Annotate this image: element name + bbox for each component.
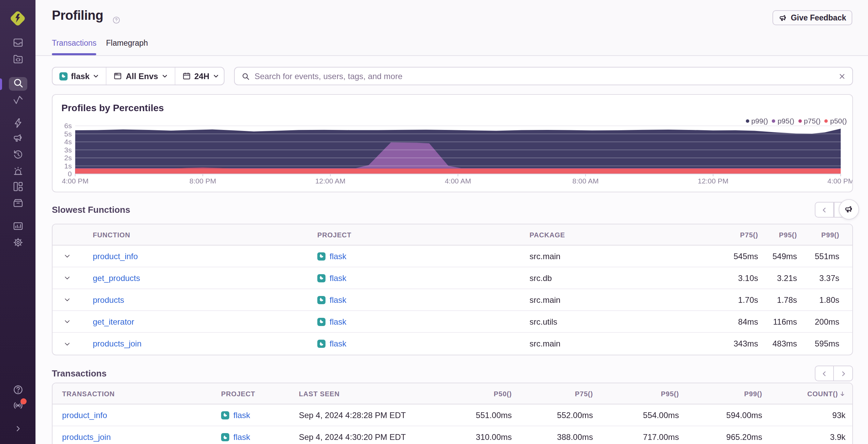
section-title: Slowest Functions: [52, 205, 130, 215]
col-transaction: TRANSACTION: [62, 390, 221, 397]
transactions-header: Transactions: [52, 366, 853, 381]
archive-icon: [12, 197, 24, 211]
svg-text:6s: 6s: [64, 122, 72, 130]
sidebar-item-insights[interactable]: [0, 93, 35, 109]
flask-project-icon: [221, 411, 229, 419]
flask-project-icon: [317, 274, 326, 282]
sidebar-item-alerts[interactable]: [0, 164, 35, 181]
sidebar-item-explore[interactable]: [0, 52, 35, 68]
transaction-link[interactable]: product_info: [62, 410, 107, 420]
table-row: get_iteratorflasksrc.utils84ms116ms200ms: [53, 311, 852, 333]
sidebar-item-performance[interactable]: [0, 116, 35, 132]
svg-text:4:00 AM: 4:00 AM: [445, 177, 471, 185]
expand-row-button[interactable]: [53, 318, 93, 325]
sidebar-item-settings[interactable]: [0, 235, 35, 252]
function-link[interactable]: get_products: [93, 273, 140, 283]
environment-filter[interactable]: All Envs: [106, 68, 175, 85]
megaphone-icon: [844, 205, 854, 214]
chart-title: Profiles by Percentiles: [61, 102, 164, 113]
flask-project-icon: [59, 72, 68, 80]
give-feedback-button[interactable]: Give Feedback: [772, 10, 852, 25]
feedback-fab[interactable]: [839, 199, 859, 220]
sidebar-item-releases[interactable]: [0, 196, 35, 212]
col-package: PACKAGE: [530, 231, 719, 238]
chart-legend: p99()p95()p75()p50(): [746, 117, 847, 125]
expand-row-button[interactable]: [53, 296, 93, 304]
chevron-right-icon: [12, 423, 24, 437]
page-filter-group: flask All Envs 24H: [52, 67, 225, 85]
tab-transactions[interactable]: Transactions: [52, 39, 97, 55]
gear-icon: [12, 236, 24, 251]
project-link[interactable]: flask: [330, 251, 346, 261]
help-circle-icon[interactable]: [113, 14, 120, 22]
sidebar-item-collapse[interactable]: [0, 421, 35, 438]
transactions-pager: [815, 366, 853, 381]
sidebar-item-stats[interactable]: [0, 219, 35, 235]
date-range-filter[interactable]: 24H: [174, 68, 226, 85]
project-link[interactable]: flask: [330, 295, 346, 305]
expand-row-button[interactable]: [53, 340, 93, 347]
legend-item-p75[interactable]: p75(): [798, 117, 821, 125]
col-count: COUNT(): [762, 390, 845, 397]
sidebar-item-feedback[interactable]: [0, 131, 35, 147]
col-project: PROJECT: [317, 231, 530, 238]
project-link[interactable]: flask: [330, 339, 346, 349]
next-page-button[interactable]: [834, 366, 853, 381]
project-link[interactable]: flask: [330, 317, 346, 326]
dashboard-icon: [12, 180, 24, 195]
filter-bar: flask All Envs 24H: [52, 67, 853, 85]
legend-dot: [746, 119, 749, 122]
project-link[interactable]: flask: [233, 410, 250, 420]
expand-row-button[interactable]: [53, 274, 93, 282]
project-filter[interactable]: flask: [53, 68, 106, 85]
project-link[interactable]: flask: [233, 432, 250, 442]
legend-dot: [798, 119, 802, 122]
expand-row-button[interactable]: [53, 252, 93, 260]
project-link[interactable]: flask: [330, 273, 346, 283]
legend-item-p50[interactable]: p50(): [825, 117, 847, 125]
search-bar[interactable]: [234, 67, 853, 85]
svg-text:4:00 PM: 4:00 PM: [827, 177, 852, 185]
svg-text:5s: 5s: [64, 130, 72, 138]
col-p99: P99(): [679, 390, 762, 397]
sidebar-item-issues[interactable]: [0, 35, 35, 52]
previous-page-button[interactable]: [815, 202, 834, 218]
col-function: FUNCTION: [93, 231, 317, 238]
tab-flamegraph[interactable]: Flamegraph: [106, 39, 148, 55]
active-indicator: [0, 78, 2, 90]
function-link[interactable]: products: [93, 295, 124, 305]
sidebar: [0, 0, 35, 444]
trend-line-icon: [12, 94, 24, 108]
transactions-table: TRANSACTIONPROJECTLAST SEENP50()P75()P95…: [52, 383, 853, 444]
function-link[interactable]: product_info: [93, 251, 138, 261]
search-input[interactable]: [255, 71, 834, 81]
sidebar-item-dashboards[interactable]: [0, 179, 35, 196]
table-header-row: TRANSACTIONPROJECTLAST SEENP50()P75()P95…: [53, 383, 852, 404]
tab-bar: TransactionsFlamegraph: [52, 39, 148, 55]
close-icon[interactable]: [839, 73, 845, 79]
sidebar-item-whats-new[interactable]: [0, 398, 35, 415]
function-link[interactable]: get_iterator: [93, 317, 134, 326]
transaction-link[interactable]: products_join: [62, 432, 111, 442]
svg-text:2s: 2s: [64, 154, 72, 162]
megaphone-icon: [12, 132, 24, 146]
legend-item-p99[interactable]: p99(): [746, 117, 768, 125]
lightning-icon: [12, 117, 24, 131]
col-p50: P50(): [433, 390, 512, 397]
table-row: product_infoflaskSep 4, 2024 4:28:28 PM …: [53, 404, 852, 426]
calendar-icon: [182, 72, 191, 80]
window-icon: [114, 72, 122, 80]
svg-text:12:00 PM: 12:00 PM: [698, 177, 728, 185]
function-link[interactable]: products_join: [93, 339, 142, 349]
legend-item-p95[interactable]: p95(): [772, 117, 794, 125]
sidebar-item-help[interactable]: [0, 383, 35, 399]
sort-desc-icon: [839, 390, 845, 397]
previous-page-button[interactable]: [815, 366, 834, 381]
legend-dot: [772, 119, 776, 122]
sidebar-item-search[interactable]: [0, 76, 35, 92]
flask-project-icon: [317, 252, 326, 260]
page-header: Profiling Give Feedback TransactionsFlam…: [35, 0, 868, 56]
sidebar-item-replays[interactable]: [0, 147, 35, 164]
sentry-logo[interactable]: [9, 10, 27, 27]
table-row: product_infoflasksrc.main545ms549ms551ms: [53, 246, 852, 267]
